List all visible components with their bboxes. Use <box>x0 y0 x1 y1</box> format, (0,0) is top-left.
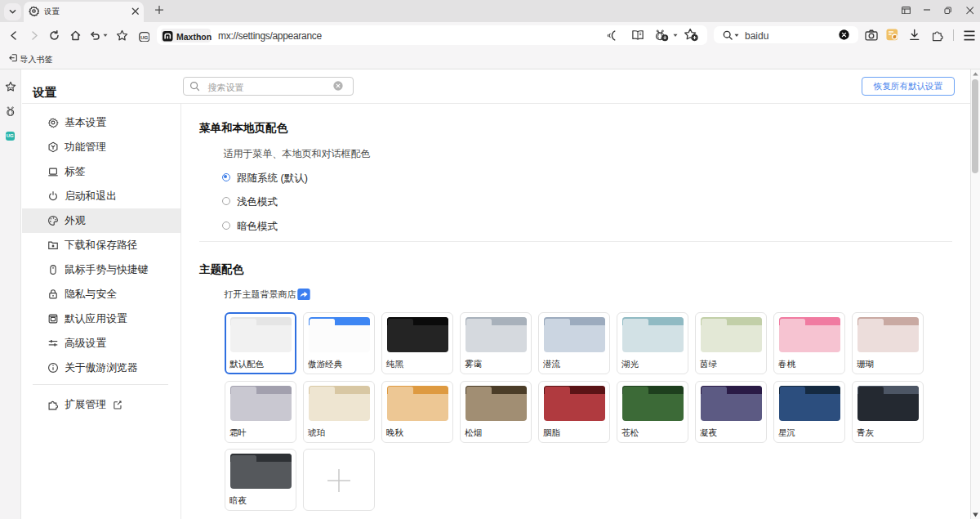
svg-text:UG: UG <box>140 34 148 40</box>
